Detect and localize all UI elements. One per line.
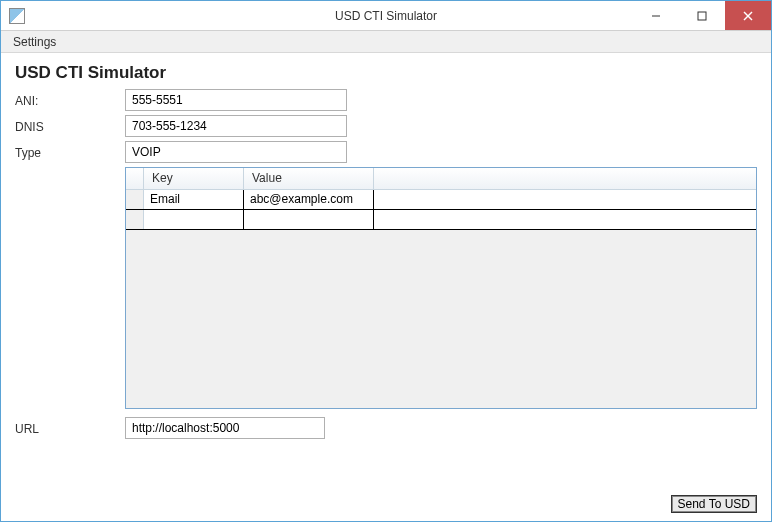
minimize-icon <box>651 11 661 21</box>
grid-header-value[interactable]: Value <box>244 168 374 189</box>
type-input[interactable] <box>125 141 347 163</box>
content: USD CTI Simulator ANI: DNIS Type Key Val… <box>1 53 771 451</box>
grid-header-key[interactable]: Key <box>144 168 244 189</box>
grid-cell-spacer[interactable] <box>374 190 756 209</box>
grid-cell-key[interactable]: Email <box>144 190 244 209</box>
close-icon <box>743 11 753 21</box>
close-button[interactable] <box>725 1 771 30</box>
minimize-button[interactable] <box>633 1 679 30</box>
grid-header-spacer <box>374 168 756 189</box>
send-button[interactable]: Send To USD <box>671 495 758 513</box>
grid-wrap: Key Value Email abc@example.com <box>125 167 759 409</box>
url-input[interactable] <box>125 417 325 439</box>
grid-row-selector[interactable] <box>126 190 144 209</box>
footer: Send To USD <box>671 495 758 513</box>
row-url: URL <box>15 417 759 439</box>
app-icon <box>9 8 25 24</box>
type-label: Type <box>15 144 125 160</box>
grid-new-row[interactable] <box>126 210 756 230</box>
grid-row[interactable]: Email abc@example.com <box>126 190 756 210</box>
grid-cell-spacer[interactable] <box>374 210 756 229</box>
grid-cell-key[interactable] <box>144 210 244 229</box>
window-title: USD CTI Simulator <box>335 9 437 23</box>
row-dnis: DNIS <box>15 115 759 137</box>
ani-input[interactable] <box>125 89 347 111</box>
menu-settings[interactable]: Settings <box>7 33 62 51</box>
maximize-icon <box>697 11 707 21</box>
grid-cell-value[interactable] <box>244 210 374 229</box>
ani-label: ANI: <box>15 92 125 108</box>
data-grid[interactable]: Key Value Email abc@example.com <box>125 167 757 409</box>
grid-header-selector <box>126 168 144 189</box>
maximize-button[interactable] <box>679 1 725 30</box>
grid-cell-value[interactable]: abc@example.com <box>244 190 374 209</box>
row-type: Type <box>15 141 759 163</box>
titlebar: USD CTI Simulator <box>1 1 771 31</box>
window-controls <box>633 1 771 30</box>
svg-rect-1 <box>698 12 706 20</box>
grid-row-selector[interactable] <box>126 210 144 229</box>
dnis-input[interactable] <box>125 115 347 137</box>
url-label: URL <box>15 420 125 436</box>
page-title: USD CTI Simulator <box>15 63 759 83</box>
dnis-label: DNIS <box>15 118 125 134</box>
row-ani: ANI: <box>15 89 759 111</box>
menubar: Settings <box>1 31 771 53</box>
grid-header: Key Value <box>126 168 756 190</box>
